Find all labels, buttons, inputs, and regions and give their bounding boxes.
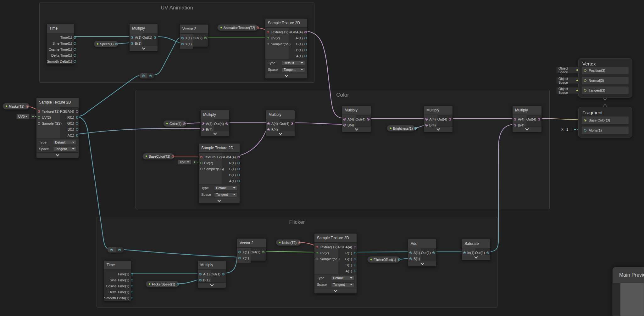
output-port-r(1)[interactable]: [354, 252, 356, 254]
output-port-g(1)[interactable]: [237, 168, 240, 170]
node-time[interactable]: TimeTime(1)Sine Time(1)Cosine Time(1)Del…: [47, 24, 74, 65]
output-port-out(4)[interactable]: [225, 122, 228, 125]
output-port-b(1)[interactable]: [237, 174, 240, 176]
node-multiply[interactable]: MultiplyA(4)B(4)Out(4): [200, 110, 230, 137]
uv-channel-dropdown[interactable]: UV0: [16, 114, 30, 119]
collapse-chevron[interactable]: [513, 127, 541, 132]
output-port-sine time(1)[interactable]: [74, 42, 76, 45]
collapse-chevron[interactable]: [199, 198, 240, 203]
dropdown-type[interactable]: Default: [282, 61, 305, 65]
master-row-normal-3-[interactable]: Normal(3): [582, 77, 629, 84]
output-port-sine time(1)[interactable]: [131, 279, 133, 281]
input-port-a(4)[interactable]: [343, 118, 346, 121]
property-output-port[interactable]: [257, 26, 259, 29]
collapse-chevron[interactable]: [266, 131, 295, 136]
property-output-port[interactable]: [183, 122, 186, 125]
node-saturate[interactable]: SaturateIn(1)Out(1): [462, 239, 491, 260]
output-port-delta time(1)[interactable]: [131, 291, 133, 293]
input-port-b(4)[interactable]: [202, 128, 204, 131]
output-port-smooth delta(1)[interactable]: [131, 297, 133, 299]
property-output-port[interactable]: [115, 43, 118, 45]
input-port-b(4)[interactable]: [343, 124, 346, 127]
master-row-base-color-3-[interactable]: Base Color(3): [582, 116, 629, 124]
master-row-tangent-3-[interactable]: Tangent(3): [582, 87, 629, 94]
node-multiply[interactable]: MultiplyA(4)B(4)Out(4): [512, 105, 542, 132]
output-port-g(1)[interactable]: [76, 122, 78, 125]
input-port-a(4)[interactable]: [514, 118, 516, 121]
input-port-a(4)[interactable]: [425, 118, 428, 121]
output-port-out(4)[interactable]: [538, 118, 540, 121]
property-output-port[interactable]: [172, 155, 174, 158]
reroute-node[interactable]: [107, 247, 124, 253]
dropdown-space[interactable]: Tangent: [331, 282, 354, 287]
collapse-chevron[interactable]: [408, 261, 436, 266]
node-vector-2[interactable]: Vector 2X(1)Y(1)Out(2): [237, 238, 266, 261]
output-port-rgba(4)[interactable]: [304, 31, 307, 33]
output-port-time(1)[interactable]: [74, 36, 76, 39]
output-port-b(1)[interactable]: [304, 49, 307, 51]
dropdown-type[interactable]: Default: [53, 140, 76, 145]
node-multiply[interactable]: MultiplyA(4)B(4)Out(4): [424, 105, 453, 132]
node-sample-texture-2d[interactable]: Sample Texture 2DTexture(T2)UV(2)Sampler…: [265, 18, 308, 79]
collapse-chevron[interactable]: [130, 46, 158, 51]
property-pill-animationtexture-t2-[interactable]: AnimationTexture(T2): [217, 24, 258, 31]
input-port-texture(t2)[interactable]: [38, 110, 40, 113]
node-sample-texture-2d[interactable]: Sample Texture 2DTexture(T2)UV(2)Sampler…: [36, 98, 79, 158]
collapse-chevron[interactable]: [36, 152, 79, 158]
output-port-out(1)[interactable]: [222, 273, 225, 275]
dropdown-type[interactable]: Default: [214, 186, 237, 190]
output-port-out(4)[interactable]: [367, 118, 369, 121]
master-row-alpha-1-[interactable]: Alpha(1): [582, 127, 629, 134]
output-port-b(1)[interactable]: [354, 264, 356, 266]
input-port-x(1)[interactable]: [238, 251, 241, 253]
output-port-rgba(4)[interactable]: [237, 156, 240, 158]
master-port[interactable]: [584, 129, 586, 132]
input-port-uv(2)[interactable]: [267, 37, 269, 39]
main-preview-panel[interactable]: Main Preview: [613, 267, 644, 316]
output-port-out(1)[interactable]: [432, 251, 435, 254]
input-port-b(4)[interactable]: [267, 128, 270, 131]
property-output-port[interactable]: [298, 241, 301, 244]
input-port-b(4)[interactable]: [514, 124, 516, 127]
output-port-rgba(4)[interactable]: [354, 246, 356, 248]
property-pill-flickerspeed-1-[interactable]: FlickerSpeed(1): [146, 281, 179, 287]
node-vector-2[interactable]: Vector 2X(1)Y(1)Out(2): [180, 24, 208, 47]
output-port-g(1)[interactable]: [354, 258, 356, 260]
property-pill-noise-t2-[interactable]: Noise(T2): [276, 239, 301, 246]
node-multiply[interactable]: MultiplyA(4)B(4)Out(4): [266, 110, 295, 137]
property-pill-brightness-1-[interactable]: Brightness(1): [387, 125, 415, 132]
input-port-a(4)[interactable]: [267, 122, 270, 125]
input-port-sampler(ss)[interactable]: [200, 168, 203, 170]
reroute-out-port[interactable]: [118, 249, 121, 251]
object-space-dropdown[interactable]: Object Space: [556, 67, 580, 73]
output-port-smooth delta(1)[interactable]: [74, 60, 76, 63]
output-port-rgba(4)[interactable]: [76, 110, 78, 113]
node-add[interactable]: AddA(1)B(1)Out(1): [408, 239, 436, 267]
master-port[interactable]: [584, 79, 586, 82]
input-port-y(1)[interactable]: [181, 43, 184, 45]
property-pill-flickeroffset-1-[interactable]: FlickerOffset(1): [367, 256, 400, 263]
output-port-out(1)[interactable]: [486, 251, 489, 254]
property-output-port[interactable]: [177, 283, 179, 285]
node-time[interactable]: TimeTime(1)Sine Time(1)Cosine Time(1)Del…: [104, 260, 131, 301]
dropdown-space[interactable]: Tangent: [282, 67, 305, 72]
output-port-out(2)[interactable]: [262, 251, 264, 253]
alpha-value-field[interactable]: 1: [565, 127, 573, 132]
reroute-out-port[interactable]: [149, 75, 152, 77]
input-port-uv(2)[interactable]: [38, 116, 40, 119]
node-multiply[interactable]: MultiplyA(1)B(1)Out(1): [129, 24, 158, 51]
alpha-default-widget[interactable]: X1: [561, 127, 576, 132]
input-port-texture(t2)[interactable]: [267, 31, 269, 33]
property-pill-speed-1-[interactable]: Speed(1): [94, 41, 118, 47]
reroute-in-port[interactable]: [110, 249, 113, 251]
input-port-y(1)[interactable]: [238, 257, 241, 259]
collapse-chevron[interactable]: [265, 73, 307, 78]
input-port-b(1)[interactable]: [409, 257, 412, 260]
property-pill-basecolor-t2-[interactable]: BaseColor(T2): [142, 153, 174, 160]
dropdown-type[interactable]: Default: [331, 276, 354, 280]
collapse-chevron[interactable]: [314, 288, 357, 293]
dropdown-space[interactable]: Tangent: [53, 147, 76, 151]
output-port-out(1)[interactable]: [154, 36, 156, 39]
object-space-dropdown[interactable]: Object Space: [556, 77, 580, 84]
output-port-cosine time(1)[interactable]: [131, 285, 133, 287]
